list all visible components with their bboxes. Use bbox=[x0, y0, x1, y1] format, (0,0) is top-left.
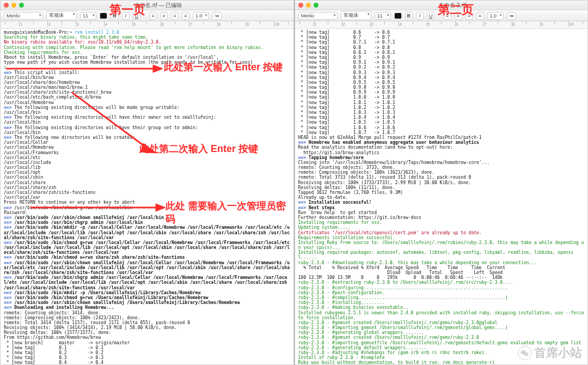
terminal-line: remote: Total 3733 (delta 11), reused 31… bbox=[298, 175, 585, 180]
terminal-line: /usr/local/opt bbox=[4, 170, 290, 175]
terminal-line: * [new tag] 0.9.8 -> 0.9.8 bbox=[298, 85, 585, 90]
traffic-lights[interactable] bbox=[4, 3, 24, 8]
terminal-line: /usr/local/share bbox=[4, 180, 290, 185]
traffic-lights[interactable] bbox=[298, 3, 318, 8]
terminal-line: Searching for binary rubies, this might … bbox=[4, 35, 290, 40]
zoom-icon[interactable] bbox=[19, 3, 24, 8]
terminal-line: * [new tag] 0.9 -> 0.9 bbox=[298, 55, 585, 60]
align-right-button[interactable]: ≡ bbox=[465, 12, 473, 20]
terminal-line: Receiving objects: 100% (3414/3414), 2.1… bbox=[4, 325, 290, 330]
terminal-line: /usr/local/share/zsh bbox=[4, 185, 290, 190]
bold-button[interactable]: B bbox=[111, 12, 119, 20]
underline-button[interactable]: U bbox=[427, 12, 435, 20]
align-justify-button[interactable]: ≡ bbox=[182, 12, 189, 20]
terminal-line: * [new tag] 0.9.3 -> 0.9.3 bbox=[298, 70, 585, 75]
terminal-line: Already up-to-date. bbox=[298, 195, 585, 200]
terminal-line: Further documentation: https://git.io/br… bbox=[298, 215, 585, 220]
font-select[interactable]: Menlo bbox=[4, 12, 43, 20]
terminal-line: /usr/local/Homebrew bbox=[4, 145, 290, 150]
align-right-button[interactable]: ≡ bbox=[171, 12, 179, 20]
terminal-line: ==> /usr/bin/sudo /usr/sbin/chown smalll… bbox=[4, 300, 290, 305]
terminal-line: /usr/local/lib bbox=[4, 165, 290, 170]
terminal-line: ruby-2.3.0 - #making binaries executable… bbox=[298, 305, 585, 310]
size-select[interactable]: 11 bbox=[80, 12, 96, 20]
terminal-line: Receiving objects: 100% (3733/3733), 2.9… bbox=[298, 180, 585, 185]
terminal-line: * [new tag] 0.9.1 -> 0.9.1 bbox=[298, 60, 585, 65]
terminal-line: * [new tag] 1.0.6 -> 1.0.6 bbox=[298, 125, 585, 130]
align-center-button[interactable]: ≡ bbox=[455, 12, 462, 20]
terminal-line: ==> Homebrew has enabled anonymous aggre… bbox=[298, 140, 585, 145]
color-button[interactable] bbox=[394, 13, 402, 19]
terminal-line: Installing Ruby from source to: /Users/s… bbox=[298, 240, 585, 250]
terminal-line: 100 13.5M 100 13.5M 0 0 295k 0 0:00:46 0… bbox=[298, 275, 585, 280]
align-justify-button[interactable]: ≡ bbox=[476, 12, 484, 20]
underline-button[interactable]: U bbox=[133, 12, 141, 20]
terminal-line: /usr/local/var bbox=[4, 195, 290, 200]
spacing-select[interactable]: 1.0 bbox=[193, 12, 209, 20]
svg-point-10 bbox=[525, 354, 526, 354]
terminal-line: * [new tag] 0.1 -> 0.1 bbox=[4, 345, 290, 350]
wechat-watermark: 首席小站 bbox=[518, 345, 582, 361]
zoom-icon[interactable] bbox=[314, 3, 318, 8]
bold-button[interactable]: B bbox=[405, 12, 413, 20]
terminal-line: remote: Total 3414 (delta 1157), reused … bbox=[4, 320, 290, 325]
terminal-line: Certificates '/usr/local/etc/openssl/cer… bbox=[298, 230, 585, 235]
style-select[interactable]: 常规体 bbox=[46, 11, 77, 20]
terminal-line: ruby-2.3.0 - #downloading ruby-2.3.0, th… bbox=[298, 260, 585, 265]
terminal-line: * [new tag] 1.0.7 -> 1.0.7 bbox=[298, 130, 585, 135]
spacing-select[interactable]: 1.0 bbox=[487, 12, 504, 20]
terminal-line: Continuing with compilation. Please read… bbox=[4, 45, 290, 50]
align-center-button[interactable]: ≡ bbox=[160, 12, 168, 20]
list-button[interactable]: ≔ bbox=[507, 12, 516, 20]
terminal-line: /usr/local/share/zsh/site-functions/_bre… bbox=[4, 90, 290, 95]
terminal-line: ==> Downloading and installing Homebrew.… bbox=[4, 305, 290, 310]
style-select[interactable]: 常规体 bbox=[341, 11, 371, 20]
close-icon[interactable] bbox=[298, 3, 303, 8]
minimize-icon[interactable] bbox=[306, 3, 311, 8]
terminal-line: remote: Counting objects: 3733, done. bbox=[298, 165, 585, 170]
terminal-line: * [new tag] 0.6 -> 0.6 bbox=[298, 30, 585, 35]
terminal-line: Tapped 3612 formulae (3,760 files, 9.3M) bbox=[298, 190, 585, 195]
font-select[interactable]: Menlo bbox=[298, 12, 338, 20]
terminal-line: /usr/local/etc/bash_completion.d/brew bbox=[4, 95, 290, 100]
color-button[interactable] bbox=[100, 13, 107, 19]
terminal-line: * [new tag] 1.0.2 -> 1.0.2 bbox=[298, 105, 585, 110]
terminal-line: Checking requirements for osx. bbox=[4, 50, 290, 55]
terminal-line: * [new tag] 0.4 -> 0.4 bbox=[4, 360, 290, 364]
minimize-icon[interactable] bbox=[11, 3, 16, 8]
titlebar-right: 未命名 2.rtf bbox=[295, 1, 588, 10]
terminal-line: % Total % Received % Xferd Average Speed… bbox=[298, 265, 585, 270]
terminal-line: https://git.io/brew-analytics bbox=[298, 150, 585, 155]
align-left-button[interactable]: ≡ bbox=[444, 12, 451, 20]
terminal-line: Installing required packages: autoconf, … bbox=[298, 250, 585, 260]
close-icon[interactable] bbox=[4, 3, 9, 8]
terminal-line: Read the analytics documentation (and ho… bbox=[298, 145, 585, 150]
terminal-line: ruby-2.3.0 - #compiling.................… bbox=[298, 295, 585, 300]
size-select[interactable]: 11 bbox=[375, 12, 391, 20]
text-content-right[interactable]: * [new tag] 0.6 -> 0.6 * [new tag] 0.7 -… bbox=[295, 29, 588, 364]
left-window: 未命名.rtf — 已编辑 Menlo 常规体 11 B I U ≡ ≡ ≡ ≡… bbox=[0, 0, 294, 365]
align-left-button[interactable]: ≡ bbox=[149, 12, 157, 20]
terminal-line: remote: Counting objects: 3414, done. bbox=[4, 311, 290, 315]
text-content-left[interactable]: muxuguixiandeMacBook-Pro:~ rvm install 2… bbox=[1, 29, 293, 364]
terminal-line: /usr/local/bin bbox=[4, 130, 290, 135]
italic-button[interactable]: I bbox=[122, 12, 130, 20]
terminal-line: * [new tag] 1.0.1 -> 1.0.1 bbox=[298, 100, 585, 105]
list-button[interactable]: ≔ bbox=[212, 12, 222, 20]
ruler: 12345678910 bbox=[295, 21, 588, 29]
terminal-line: ==> The following existing directories w… bbox=[4, 115, 290, 120]
terminal-line: /usr/local/share/doc/homebrew bbox=[4, 80, 290, 85]
terminal-line: ==> Tapping homebrew/core bbox=[298, 155, 585, 160]
terminal-line: ==> /usr/bin/sudo /bin/mkdir -p /usr/loc… bbox=[4, 225, 290, 240]
terminal-line: ruby-2.3.0 - #generating global wrappers… bbox=[298, 330, 585, 335]
italic-button[interactable]: I bbox=[416, 12, 424, 20]
terminal-line: * [new tag] 0.8.1 -> 0.8.1 bbox=[298, 50, 585, 55]
terminal-line: ==> The following existing directories w… bbox=[4, 105, 290, 110]
terminal-line: /usr/local/Frameworks bbox=[4, 150, 290, 155]
terminal-line: About to install Homebrew, press `Enter`… bbox=[4, 55, 290, 60]
terminal-line: /usr/local/bin bbox=[4, 120, 290, 125]
terminal-line: /usr/local/share/man/man1/brew.1 bbox=[4, 85, 290, 90]
terminal-line: * [new tag] 0.7 -> 0.7 bbox=[298, 35, 585, 40]
terminal-line: * [new tag] 1.0.4 -> 1.0.4 bbox=[298, 115, 585, 120]
terminal-line: * [new tag] 0.2 -> 0.2 bbox=[4, 350, 290, 355]
